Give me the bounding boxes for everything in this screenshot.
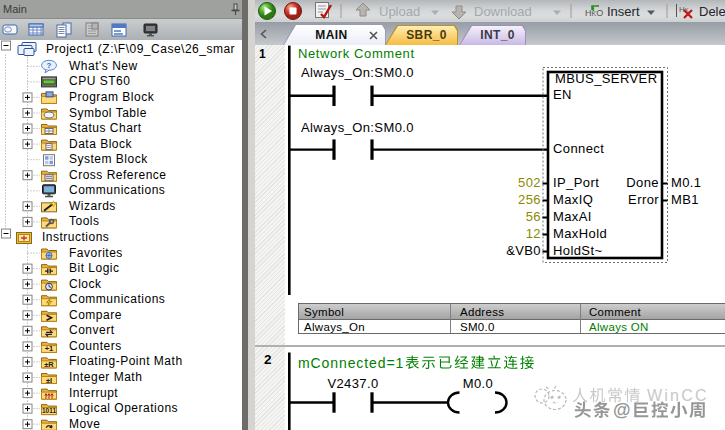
svg-text:±R: ±R [44,360,54,369]
svg-text:Insert: Insert [607,4,640,19]
svg-text:±I: ±I [46,376,52,385]
svg-text:HKO: HKO [585,8,603,18]
svg-text:Dele: Dele [699,4,725,19]
svg-text:1011: 1011 [42,408,56,415]
svg-text:Upload: Upload [379,4,420,19]
svg-text:+1: +1 [45,345,54,354]
svg-text:?: ? [47,61,52,70]
svg-text:Download: Download [474,4,532,19]
